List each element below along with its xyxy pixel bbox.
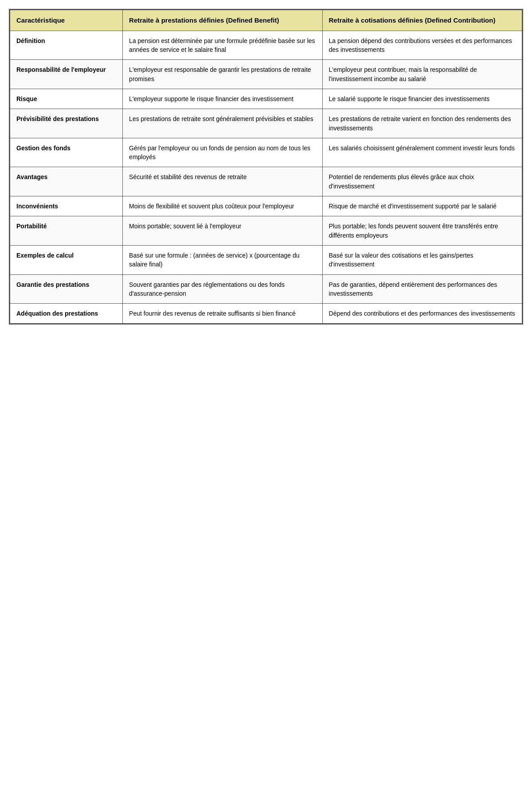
- table-row: RisqueL'employeur supporte le risque fin…: [10, 89, 522, 109]
- table-row: Gestion des fondsGérés par l'employeur o…: [10, 138, 522, 167]
- cell-characteristic: Responsabilité de l'employeur: [10, 60, 123, 89]
- cell-defined-contribution: L'employeur peut contribuer, mais la res…: [322, 60, 522, 89]
- table-header-row: Caractéristique Retraite à prestations d…: [10, 10, 522, 31]
- header-defined-benefit: Retraite à prestations définies (Defined…: [123, 10, 322, 31]
- table-row: Responsabilité de l'employeurL'employeur…: [10, 60, 522, 89]
- cell-characteristic: Adéquation des prestations: [10, 304, 123, 324]
- comparison-table-container: Caractéristique Retraite à prestations d…: [9, 9, 523, 325]
- header-defined-contribution: Retraite à cotisations définies (Defined…: [322, 10, 522, 31]
- table-row: AvantagesSécurité et stabilité des reven…: [10, 167, 522, 196]
- cell-defined-benefit: Gérés par l'employeur ou un fonds de pen…: [123, 138, 322, 167]
- cell-characteristic: Définition: [10, 31, 123, 60]
- cell-characteristic: Portabilité: [10, 216, 123, 246]
- cell-defined-contribution: La pension dépend des contributions vers…: [322, 31, 522, 60]
- table-row: Prévisibilité des prestationsLes prestat…: [10, 109, 522, 138]
- table-row: DéfinitionLa pension est déterminée par …: [10, 31, 522, 60]
- cell-defined-contribution: Potentiel de rendements plus élevés grâc…: [322, 167, 522, 196]
- cell-defined-benefit: Moins portable; souvent lié à l'employeu…: [123, 216, 322, 246]
- table-row: Exemples de calculBasé sur une formule :…: [10, 245, 522, 274]
- cell-characteristic: Prévisibilité des prestations: [10, 109, 123, 138]
- cell-defined-contribution: Les prestations de retraite varient en f…: [322, 109, 522, 138]
- cell-defined-benefit: La pension est déterminée par une formul…: [123, 31, 322, 60]
- cell-defined-benefit: Basé sur une formule : (années de servic…: [123, 245, 322, 274]
- cell-defined-benefit: Les prestations de retraite sont général…: [123, 109, 322, 138]
- cell-defined-contribution: Dépend des contributions et des performa…: [322, 304, 522, 324]
- comparison-table: Caractéristique Retraite à prestations d…: [10, 10, 522, 324]
- cell-defined-benefit: Souvent garanties par des réglementation…: [123, 274, 322, 304]
- cell-defined-contribution: Basé sur la valeur des cotisations et le…: [322, 245, 522, 274]
- cell-defined-benefit: L'employeur supporte le risque financier…: [123, 89, 322, 109]
- cell-defined-benefit: Sécurité et stabilité des revenus de ret…: [123, 167, 322, 196]
- cell-defined-contribution: Les salariés choisissent généralement co…: [322, 138, 522, 167]
- cell-defined-contribution: Risque de marché et d'investissement sup…: [322, 196, 522, 216]
- cell-characteristic: Gestion des fonds: [10, 138, 123, 167]
- cell-defined-benefit: Peut fournir des revenus de retraite suf…: [123, 304, 322, 324]
- cell-characteristic: Inconvénients: [10, 196, 123, 216]
- cell-defined-contribution: Le salarié supporte le risque financier …: [322, 89, 522, 109]
- cell-defined-contribution: Plus portable; les fonds peuvent souvent…: [322, 216, 522, 246]
- cell-characteristic: Exemples de calcul: [10, 245, 123, 274]
- cell-defined-contribution: Pas de garanties, dépend entièrement des…: [322, 274, 522, 304]
- cell-characteristic: Garantie des prestations: [10, 274, 123, 304]
- cell-characteristic: Risque: [10, 89, 123, 109]
- cell-characteristic: Avantages: [10, 167, 123, 196]
- table-row: PortabilitéMoins portable; souvent lié à…: [10, 216, 522, 246]
- table-row: InconvénientsMoins de flexibilité et sou…: [10, 196, 522, 216]
- table-row: Garantie des prestationsSouvent garantie…: [10, 274, 522, 304]
- header-characteristic: Caractéristique: [10, 10, 123, 31]
- table-row: Adéquation des prestationsPeut fournir d…: [10, 304, 522, 324]
- cell-defined-benefit: L'employeur est responsable de garantir …: [123, 60, 322, 89]
- cell-defined-benefit: Moins de flexibilité et souvent plus coû…: [123, 196, 322, 216]
